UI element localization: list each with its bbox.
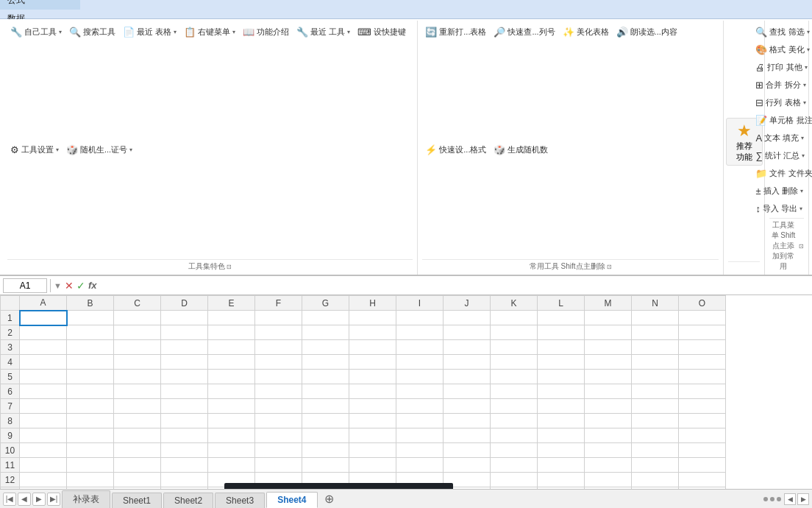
btn-merge-split[interactable]: ⊞ 合并 拆分 ▾	[752, 77, 808, 93]
cell-I3[interactable]	[396, 340, 444, 355]
cell-G1[interactable]	[302, 311, 349, 325]
cell-D6[interactable]	[161, 384, 208, 399]
cell-I7[interactable]	[396, 399, 444, 414]
cell-A13[interactable]	[20, 487, 67, 490]
cell-N1[interactable]	[632, 311, 679, 325]
btn-import-export[interactable]: ↕ 导入 导出 ▾	[752, 200, 805, 216]
cell-I2[interactable]	[396, 325, 444, 340]
cell-C9[interactable]	[114, 428, 161, 443]
cell-L10[interactable]	[538, 443, 585, 458]
cell-F6[interactable]	[255, 384, 302, 399]
cell-I5[interactable]	[396, 370, 444, 384]
cell-D5[interactable]	[161, 370, 208, 384]
cell-N8[interactable]	[632, 414, 679, 428]
scroll-right-btn[interactable]: ▶	[797, 493, 809, 505]
cell-D12[interactable]	[161, 473, 208, 487]
cell-K2[interactable]	[491, 325, 538, 340]
scroll-left-btn[interactable]: ◀	[784, 493, 796, 505]
row-num-11[interactable]: 11	[1, 458, 20, 473]
btn-right-click-menu[interactable]: 📋 右键菜单 ▾	[181, 24, 238, 40]
cell-M11[interactable]	[585, 458, 632, 473]
cell-I11[interactable]	[396, 458, 444, 473]
cell-F12[interactable]	[255, 473, 302, 487]
row-num-8[interactable]: 8	[1, 414, 20, 428]
cell-O3[interactable]	[679, 340, 726, 355]
btn-row-table[interactable]: ⊟ 行列 表格 ▾	[752, 94, 808, 110]
cell-D3[interactable]	[161, 340, 208, 355]
cell-G2[interactable]	[302, 325, 349, 340]
cell-A3[interactable]	[20, 340, 67, 355]
cell-D4[interactable]	[161, 355, 208, 370]
cell-N4[interactable]	[632, 355, 679, 370]
btn-read-aloud[interactable]: 🔊 朗读选...内容	[613, 24, 680, 40]
cell-K4[interactable]	[491, 355, 538, 370]
cell-M3[interactable]	[585, 340, 632, 355]
cell-J1[interactable]	[444, 311, 491, 325]
col-header-D[interactable]: D	[161, 296, 208, 311]
row-num-6[interactable]: 6	[1, 384, 20, 399]
btn-print-other[interactable]: 🖨 打印 其他 ▾	[752, 59, 810, 75]
cell-I10[interactable]	[396, 443, 444, 458]
cell-H13[interactable]	[349, 487, 396, 490]
cell-H4[interactable]	[349, 355, 396, 370]
cell-E13[interactable]	[208, 487, 255, 490]
cell-G5[interactable]	[302, 370, 349, 384]
cell-F11[interactable]	[255, 458, 302, 473]
cell-B10[interactable]	[67, 443, 114, 458]
sheet-tab-sheet2[interactable]: Sheet2	[163, 493, 213, 508]
cell-I6[interactable]	[396, 384, 444, 399]
sheet-tab-sheet3[interactable]: Sheet3	[215, 493, 265, 508]
cell-O9[interactable]	[679, 428, 726, 443]
tab-nav-prev-prev[interactable]: |◀	[3, 493, 16, 506]
cell-E8[interactable]	[208, 414, 255, 428]
cell-C5[interactable]	[114, 370, 161, 384]
cell-N9[interactable]	[632, 428, 679, 443]
cell-A1[interactable]	[20, 311, 67, 325]
cell-B3[interactable]	[67, 340, 114, 355]
cell-G12[interactable]	[302, 473, 349, 487]
col-header-N[interactable]: N	[632, 296, 679, 311]
cell-L1[interactable]	[538, 311, 585, 325]
confirm-icon[interactable]: ✓	[76, 280, 85, 292]
cell-J3[interactable]	[444, 340, 491, 355]
col-header-C[interactable]: C	[114, 296, 161, 311]
cell-E7[interactable]	[208, 399, 255, 414]
col-header-I[interactable]: I	[396, 296, 444, 311]
cell-D1[interactable]	[161, 311, 208, 325]
cell-K11[interactable]	[491, 458, 538, 473]
cell-C2[interactable]	[114, 325, 161, 340]
cell-L8[interactable]	[538, 414, 585, 428]
cell-C10[interactable]	[114, 443, 161, 458]
cell-G9[interactable]	[302, 428, 349, 443]
cell-O8[interactable]	[679, 414, 726, 428]
btn-tool-settings[interactable]: ⚙ 工具设置 ▾	[7, 141, 62, 158]
cell-K9[interactable]	[491, 428, 538, 443]
row-num-10[interactable]: 10	[1, 443, 20, 458]
cell-D10[interactable]	[161, 443, 208, 458]
cell-N6[interactable]	[632, 384, 679, 399]
cell-N3[interactable]	[632, 340, 679, 355]
cell-B2[interactable]	[67, 325, 114, 340]
cell-E2[interactable]	[208, 325, 255, 340]
cell-K7[interactable]	[491, 399, 538, 414]
btn-func-intro[interactable]: 📖 功能介绍	[240, 24, 292, 40]
cell-H7[interactable]	[349, 399, 396, 414]
cell-N12[interactable]	[632, 473, 679, 487]
cell-F3[interactable]	[255, 340, 302, 355]
cell-F8[interactable]	[255, 414, 302, 428]
cell-K13[interactable]	[491, 487, 538, 490]
cell-C3[interactable]	[114, 340, 161, 355]
add-sheet-button[interactable]: ⊕	[322, 492, 337, 507]
row-num-3[interactable]: 3	[1, 340, 20, 355]
cell-H5[interactable]	[349, 370, 396, 384]
btn-insert-delete[interactable]: ± 插入 删除 ▾	[752, 183, 805, 199]
col-header-H[interactable]: H	[349, 296, 396, 311]
btn-beautify-table[interactable]: ✨ 美化表格	[560, 24, 612, 40]
cell-H3[interactable]	[349, 340, 396, 355]
tab-nav-next-next[interactable]: ▶|	[47, 493, 60, 506]
row-num-5[interactable]: 5	[1, 370, 20, 384]
cell-O1[interactable]	[679, 311, 726, 325]
group-expand-icon-3[interactable]: ⊡	[799, 243, 804, 250]
cell-O13[interactable]	[679, 487, 726, 490]
cell-D8[interactable]	[161, 414, 208, 428]
